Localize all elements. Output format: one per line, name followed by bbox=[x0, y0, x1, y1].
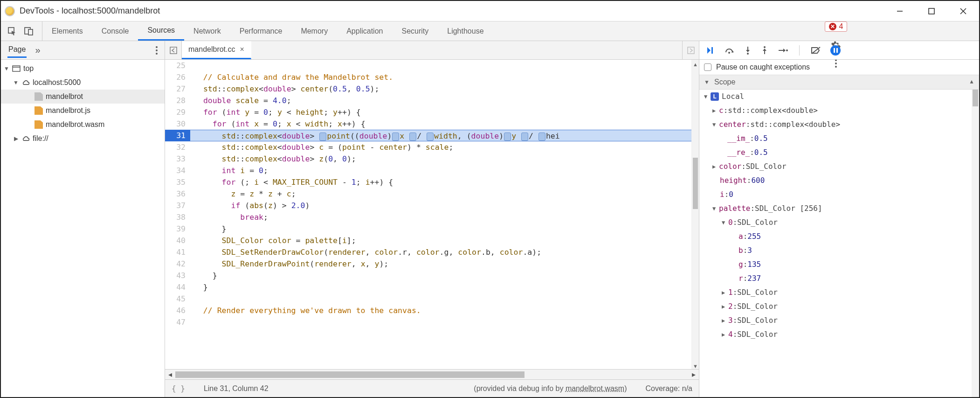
local-badge-icon: L bbox=[711, 92, 719, 101]
panel-tabstrip: Elements Console Sources Network Perform… bbox=[1, 21, 979, 41]
svg-point-12 bbox=[156, 53, 158, 55]
step-out-icon[interactable] bbox=[761, 46, 768, 55]
device-toggle-icon[interactable] bbox=[24, 27, 34, 36]
svg-point-10 bbox=[156, 46, 158, 48]
scope-header[interactable]: ▼ Scope ▼ bbox=[699, 75, 979, 90]
cursor-position: Line 31, Column 42 bbox=[204, 384, 269, 393]
var-palette-2[interactable]: ▶2: SDL_Color bbox=[699, 300, 972, 314]
tree-label: localhost:5000 bbox=[33, 78, 81, 87]
file-tab-label: mandelbrot.cc bbox=[188, 45, 235, 54]
pause-button[interactable] bbox=[830, 45, 841, 56]
tab-network[interactable]: Network bbox=[184, 21, 230, 41]
tab-lighthouse[interactable]: Lighthouse bbox=[438, 21, 493, 41]
var-c[interactable]: ▶c: std::complex<double> bbox=[699, 104, 972, 118]
svg-rect-6 bbox=[28, 29, 33, 35]
pause-on-exceptions-row[interactable]: Pause on caught exceptions bbox=[699, 60, 979, 75]
tab-application[interactable]: Application bbox=[337, 21, 392, 41]
editor-statusbar: { } Line 31, Column 42 (provided via deb… bbox=[165, 379, 699, 397]
editor-vertical-scrollbar[interactable]: ▴ ▾ bbox=[691, 60, 699, 369]
step-icon[interactable] bbox=[778, 47, 788, 54]
file-tab-mandelbrot-cc[interactable]: mandelbrot.cc × bbox=[182, 41, 251, 59]
frame-icon bbox=[12, 64, 21, 73]
var-i[interactable]: i: 0 bbox=[699, 188, 972, 202]
svg-rect-17 bbox=[711, 47, 713, 54]
svg-rect-1 bbox=[929, 8, 934, 14]
var-palette-0-r[interactable]: r: 237 bbox=[699, 272, 972, 286]
tree-file-mandelbrot-wasm[interactable]: mandelbrot.wasm bbox=[1, 118, 165, 132]
scrollbar-thumb[interactable] bbox=[175, 371, 525, 378]
resume-icon[interactable] bbox=[706, 46, 715, 55]
scope-local-label: Local bbox=[722, 90, 744, 104]
tab-memory[interactable]: Memory bbox=[291, 21, 337, 41]
scroll-left-icon[interactable]: ◂ bbox=[165, 370, 175, 379]
debug-info-link[interactable]: mandelbrot.wasm bbox=[566, 384, 624, 392]
var-palette-1[interactable]: ▶1: SDL_Color bbox=[699, 286, 972, 300]
checkbox-icon[interactable] bbox=[704, 63, 711, 71]
tree-file-mandelbrot-js[interactable]: mandelbrot.js bbox=[1, 104, 165, 118]
var-center[interactable]: ▼center: std::complex<double> bbox=[699, 118, 972, 132]
var-center-re[interactable]: __re_: 0.5 bbox=[699, 146, 972, 160]
step-into-icon[interactable] bbox=[744, 46, 752, 55]
chevron-up-icon: ▼ bbox=[969, 79, 974, 85]
var-palette[interactable]: ▼palette: SDL_Color [256] bbox=[699, 202, 972, 216]
var-color[interactable]: ▶color: SDL_Color bbox=[699, 160, 972, 174]
pretty-print-icon[interactable]: { } bbox=[172, 384, 185, 393]
scope-tree[interactable]: ▼L Local ▶c: std::complex<double> ▼cente… bbox=[699, 90, 972, 397]
var-palette-0[interactable]: ▼0: SDL_Color bbox=[699, 216, 972, 230]
var-palette-0-b[interactable]: b: 3 bbox=[699, 244, 972, 258]
navigator-more-icon[interactable]: » bbox=[35, 45, 40, 56]
tab-elements[interactable]: Elements bbox=[42, 21, 92, 41]
scope-vertical-scrollbar[interactable] bbox=[972, 90, 979, 397]
var-height[interactable]: height: 600 bbox=[699, 174, 972, 188]
sources-navigator: Page » ▼ top ▼ localhost:5000 mandelbrot bbox=[1, 41, 165, 397]
line-gutter[interactable]: 2526272829303132333435363738394041424344… bbox=[165, 60, 190, 369]
tab-performance[interactable]: Performance bbox=[230, 21, 292, 41]
var-palette-3[interactable]: ▶3: SDL_Color bbox=[699, 314, 972, 328]
var-palette-4[interactable]: ▶4: SDL_Color bbox=[699, 328, 972, 342]
tree-origin[interactable]: ▼ localhost:5000 bbox=[1, 76, 165, 90]
editor-horizontal-scrollbar[interactable]: ◂ ▸ bbox=[165, 369, 699, 379]
cloud-icon bbox=[21, 78, 30, 87]
var-center-im[interactable]: __im_: 0.5 bbox=[699, 132, 972, 146]
tab-security[interactable]: Security bbox=[392, 21, 438, 41]
pause-label: Pause on caught exceptions bbox=[716, 63, 810, 71]
window-controls bbox=[891, 5, 972, 18]
scroll-down-icon[interactable]: ▾ bbox=[692, 362, 699, 369]
error-icon: ✕ bbox=[829, 23, 836, 30]
svg-rect-13 bbox=[13, 66, 20, 71]
step-over-icon[interactable] bbox=[725, 46, 735, 55]
inspect-element-icon[interactable] bbox=[7, 27, 17, 36]
scrollbar-thumb[interactable] bbox=[693, 158, 698, 209]
var-palette-0-g[interactable]: g: 135 bbox=[699, 258, 972, 272]
chrome-logo-icon bbox=[5, 6, 15, 16]
scope-local[interactable]: ▼L Local bbox=[699, 90, 972, 104]
svg-point-22 bbox=[764, 46, 766, 48]
tree-top[interactable]: ▼ top bbox=[1, 62, 165, 76]
file-icon bbox=[35, 92, 43, 101]
svg-rect-15 bbox=[170, 47, 177, 54]
minimize-button[interactable] bbox=[891, 5, 908, 18]
file-nav-next-icon[interactable] bbox=[682, 41, 699, 59]
debug-info-source: (provided via debug info by mandelbrot.w… bbox=[474, 384, 627, 393]
file-tree: ▼ top ▼ localhost:5000 mandelbrot mandel… bbox=[1, 60, 165, 397]
tree-file-mandelbrot[interactable]: mandelbrot bbox=[1, 90, 165, 104]
scroll-right-icon[interactable]: ▸ bbox=[689, 370, 699, 379]
source-editor[interactable]: 2526272829303132333435363738394041424344… bbox=[165, 60, 699, 369]
code-area[interactable]: // Calculate and draw the Mandelbrot set… bbox=[190, 60, 691, 369]
maximize-button[interactable] bbox=[923, 5, 940, 18]
scroll-up-icon[interactable]: ▴ bbox=[692, 60, 699, 67]
file-nav-prev-icon[interactable] bbox=[165, 41, 182, 59]
tab-console[interactable]: Console bbox=[92, 21, 138, 41]
tree-file-scheme[interactable]: ▶ file:// bbox=[1, 132, 165, 146]
close-button[interactable] bbox=[955, 5, 972, 18]
main-tabs: Elements Console Sources Network Perform… bbox=[42, 21, 493, 41]
error-count-pill[interactable]: ✕ 4 bbox=[825, 21, 848, 32]
var-palette-0-a[interactable]: a: 255 bbox=[699, 230, 972, 244]
tab-sources[interactable]: Sources bbox=[138, 21, 184, 41]
navigator-tab-page[interactable]: Page bbox=[7, 42, 27, 58]
debugger-toolbar bbox=[699, 41, 979, 60]
deactivate-breakpoints-icon[interactable] bbox=[811, 46, 821, 55]
scrollbar-thumb[interactable] bbox=[973, 90, 978, 106]
close-tab-icon[interactable]: × bbox=[240, 45, 244, 54]
navigator-kebab-icon[interactable] bbox=[155, 46, 158, 55]
